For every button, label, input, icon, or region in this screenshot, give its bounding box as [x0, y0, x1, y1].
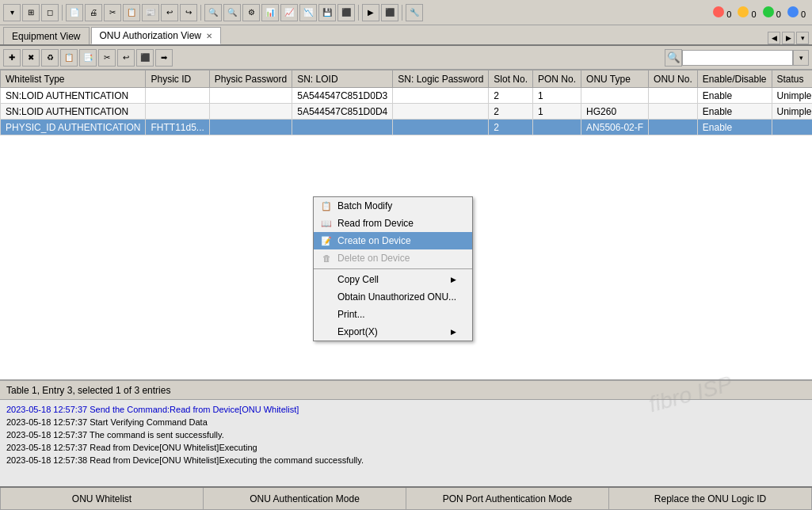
- search-dropdown[interactable]: ▾: [793, 50, 809, 66]
- tab-onu-auth[interactable]: ONU Authorization View ✕: [91, 27, 222, 44]
- action-btn-2[interactable]: ✖: [22, 49, 40, 67]
- window-controls: 0 0 0 0: [713, 6, 806, 19]
- toolbar-btn-21[interactable]: 🔧: [406, 4, 423, 21]
- toolbar-btn-5[interactable]: 🖨: [85, 4, 102, 21]
- menu-item-create-on-device[interactable]: 📝Create on Device: [314, 232, 472, 249]
- table-cell: Unimplemented: [772, 104, 812, 120]
- toolbar-btn-19[interactable]: ▶: [362, 4, 379, 21]
- col-sn-loid: SN: LOID: [292, 70, 393, 88]
- menu-separator: [314, 268, 472, 269]
- table-row[interactable]: SN:LOID AUTHENTICATION5A544547C851D0D421…: [1, 104, 813, 120]
- action-btn-8[interactable]: ⬛: [136, 49, 154, 67]
- menu-item-obtain-unauthorized[interactable]: Obtain Unauthorized ONU...: [314, 288, 472, 306]
- toolbar-btn-13[interactable]: ⚙: [242, 4, 260, 21]
- table-cell: 5A544547C851D0D3: [292, 88, 393, 104]
- col-physic-password: Physic Password: [209, 70, 292, 88]
- menu-item-batch-modify[interactable]: 📋Batch Modify: [314, 197, 472, 215]
- table-cell: Enable: [697, 88, 772, 104]
- action-btn-3[interactable]: ♻: [41, 49, 59, 67]
- tab-equipment[interactable]: Equipment View: [3, 27, 90, 44]
- table-cell: Unimplemented: [772, 88, 812, 104]
- search-input[interactable]: [682, 50, 793, 66]
- table-cell: AN5506-02-F: [581, 120, 649, 135]
- table-cell: [209, 88, 292, 104]
- table-row[interactable]: SN:LOID AUTHENTICATION5A544547C851D0D321…: [1, 88, 813, 104]
- toolbar-btn-12[interactable]: 🔍: [223, 4, 241, 21]
- toolbar-btn-15[interactable]: 📈: [280, 4, 298, 21]
- yellow-indicator: 0: [738, 6, 756, 19]
- table-cell: [393, 120, 489, 135]
- status-text: Table 1, Entry 3, selected 1 of 3 entrie…: [6, 385, 170, 396]
- toolbar-btn-2[interactable]: ⊞: [22, 4, 40, 21]
- log-area: 2023-05-18 12:57:37 Send the Command:Rea…: [0, 399, 812, 486]
- action-btn-9[interactable]: ➡: [155, 49, 173, 67]
- tab-nav-left[interactable]: ◀: [768, 32, 780, 44]
- table-cell: 2: [489, 120, 533, 135]
- toolbar-btn-9[interactable]: ↩: [161, 4, 178, 21]
- table-cell: 1: [533, 88, 581, 104]
- toolbar-btn-3[interactable]: ◻: [41, 4, 59, 21]
- table-cell: [209, 104, 292, 120]
- table-row[interactable]: PHYSIC_ID AUTHENTICATIONFHTT11d5...2AN55…: [1, 120, 813, 135]
- bottom-tab-pon-port-auth[interactable]: PON Port Authentication Mode: [406, 488, 608, 510]
- menu-item-read-from-device[interactable]: 📖Read from Device: [314, 215, 472, 232]
- menu-icon-batch-modify: 📋: [320, 200, 333, 212]
- table-cell: [393, 104, 489, 120]
- toolbar-btn-11[interactable]: 🔍: [204, 4, 222, 21]
- table-cell: [393, 88, 489, 104]
- table-cell: [146, 88, 209, 104]
- menu-item-export[interactable]: Export(X)▶: [314, 323, 472, 341]
- search-area: 🔍 ▾: [665, 49, 809, 67]
- toolbar-btn-17[interactable]: 💾: [318, 4, 336, 21]
- toolbar-btn-8[interactable]: 📰: [142, 4, 159, 21]
- table-cell: [649, 104, 698, 120]
- status-bar: Table 1, Entry 3, selected 1 of 3 entrie…: [0, 380, 812, 399]
- toolbar-btn-16[interactable]: 📉: [299, 4, 317, 21]
- green-indicator: 0: [763, 6, 781, 19]
- menu-item-copy-cell[interactable]: Copy Cell▶: [314, 271, 472, 288]
- col-onu-type: ONU Type: [581, 70, 649, 88]
- col-sn-logic-password: SN: Logic Password: [393, 70, 489, 88]
- top-toolbar: ▾ ⊞ ◻ 📄 🖨 ✂ 📋 📰 ↩ ↪ 🔍 🔍 ⚙ 📊 📈 📉 💾 ⬛ ▶ ⬛ …: [0, 0, 812, 25]
- toolbar-btn-7[interactable]: 📋: [123, 4, 140, 21]
- blue-indicator: 0: [787, 6, 806, 19]
- sep-2: [200, 5, 201, 21]
- menu-arrow-export: ▶: [451, 328, 456, 336]
- action-btn-5[interactable]: 📑: [79, 49, 97, 67]
- table-cell: Enable: [697, 120, 772, 135]
- col-physic-id: Physic ID: [146, 70, 209, 88]
- log-line: 2023-05-18 12:57:37 Read from Device[ONU…: [6, 441, 806, 454]
- table-header-row: Whitelist Type Physic ID Physic Password…: [1, 70, 813, 88]
- toolbar-btn-10[interactable]: ↪: [180, 4, 197, 21]
- search-button[interactable]: 🔍: [665, 49, 682, 67]
- red-indicator: 0: [713, 6, 731, 19]
- toolbar-btn-4[interactable]: 📄: [66, 4, 83, 21]
- toolbar-btn-14[interactable]: 📊: [261, 4, 279, 21]
- toolbar-btn-1[interactable]: ▾: [3, 4, 21, 21]
- col-onu-no: ONU No.: [649, 70, 698, 88]
- action-btn-7[interactable]: ↩: [117, 49, 135, 67]
- menu-item-print[interactable]: Print...: [314, 306, 472, 323]
- toolbar-btn-20[interactable]: ⬛: [381, 4, 398, 21]
- table-body: SN:LOID AUTHENTICATION5A544547C851D0D321…: [1, 88, 813, 135]
- log-line: 2023-05-18 12:57:37 Start Verifying Comm…: [6, 416, 806, 428]
- bottom-tab-onu-auth-mode[interactable]: ONU Authentication Mode: [203, 488, 406, 510]
- action-btn-6[interactable]: ✂: [98, 49, 116, 67]
- action-btn-1[interactable]: ✚: [3, 49, 21, 67]
- menu-label-create-on-device: Create on Device: [337, 235, 411, 246]
- tab-nav-menu[interactable]: ▾: [796, 32, 809, 44]
- menu-label-delete-on-device: Delete on Device: [337, 253, 410, 264]
- action-toolbar: ✚ ✖ ♻ 📋 📑 ✂ ↩ ⬛ ➡ 🔍 ▾: [0, 46, 812, 70]
- table-cell: [772, 120, 812, 135]
- tab-nav-right[interactable]: ▶: [782, 32, 795, 44]
- bottom-tabs: ONU WhitelistONU Authentication ModePON …: [0, 486, 812, 510]
- table-cell: [533, 120, 581, 135]
- context-menu: 📋Batch Modify📖Read from Device📝Create on…: [313, 196, 473, 341]
- table-cell: 2: [489, 104, 533, 120]
- toolbar-btn-18[interactable]: ⬛: [337, 4, 355, 21]
- toolbar-btn-6[interactable]: ✂: [104, 4, 121, 21]
- bottom-tab-replace-onu-logic[interactable]: Replace the ONU Logic ID: [608, 488, 812, 510]
- action-btn-4[interactable]: 📋: [60, 49, 78, 67]
- bottom-tab-onu-whitelist[interactable]: ONU Whitelist: [0, 488, 203, 510]
- tab-close-onu-auth[interactable]: ✕: [206, 32, 212, 40]
